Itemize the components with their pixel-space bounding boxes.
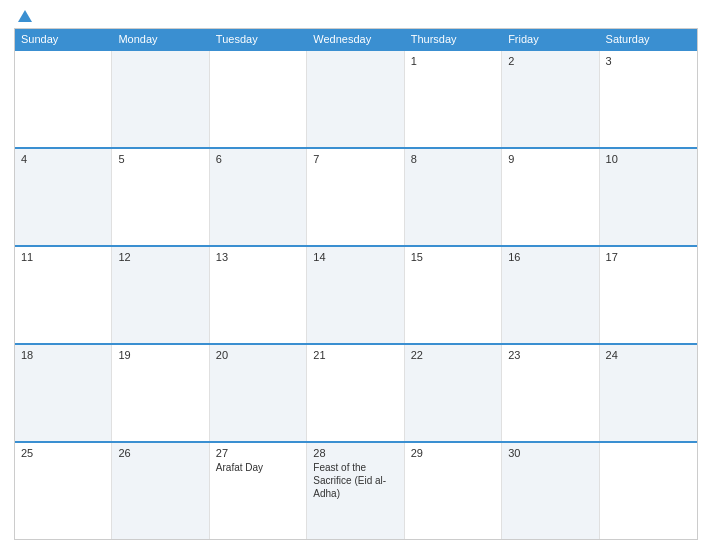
cell-date: 19 bbox=[118, 349, 202, 361]
calendar-cell: 26 bbox=[112, 443, 209, 539]
calendar-cell: 12 bbox=[112, 247, 209, 343]
cell-date: 3 bbox=[606, 55, 691, 67]
week-row-3: 11121314151617 bbox=[15, 245, 697, 343]
calendar-cell: 17 bbox=[600, 247, 697, 343]
calendar-cell: 28Feast of the Sacrifice (Eid al-Adha) bbox=[307, 443, 404, 539]
cell-date: 7 bbox=[313, 153, 397, 165]
cell-date: 26 bbox=[118, 447, 202, 459]
cell-date: 14 bbox=[313, 251, 397, 263]
cell-date: 30 bbox=[508, 447, 592, 459]
calendar-cell bbox=[600, 443, 697, 539]
calendar: SundayMondayTuesdayWednesdayThursdayFrid… bbox=[14, 28, 698, 540]
cell-date: 5 bbox=[118, 153, 202, 165]
day-header-thursday: Thursday bbox=[405, 29, 502, 49]
week-row-1: 123 bbox=[15, 49, 697, 147]
calendar-cell: 18 bbox=[15, 345, 112, 441]
calendar-cell: 27Arafat Day bbox=[210, 443, 307, 539]
logo-triangle-icon bbox=[18, 10, 32, 22]
calendar-cell bbox=[112, 51, 209, 147]
calendar-cell: 24 bbox=[600, 345, 697, 441]
calendar-cell: 3 bbox=[600, 51, 697, 147]
calendar-cell: 25 bbox=[15, 443, 112, 539]
calendar-cell bbox=[210, 51, 307, 147]
calendar-cell: 8 bbox=[405, 149, 502, 245]
cell-date: 23 bbox=[508, 349, 592, 361]
calendar-cell: 22 bbox=[405, 345, 502, 441]
calendar-cell bbox=[15, 51, 112, 147]
calendar-cell: 11 bbox=[15, 247, 112, 343]
cell-date: 13 bbox=[216, 251, 300, 263]
cell-date: 10 bbox=[606, 153, 691, 165]
day-header-sunday: Sunday bbox=[15, 29, 112, 49]
calendar-cell: 16 bbox=[502, 247, 599, 343]
week-row-5: 252627Arafat Day28Feast of the Sacrifice… bbox=[15, 441, 697, 539]
calendar-cell: 7 bbox=[307, 149, 404, 245]
day-header-wednesday: Wednesday bbox=[307, 29, 404, 49]
cell-date: 18 bbox=[21, 349, 105, 361]
day-header-tuesday: Tuesday bbox=[210, 29, 307, 49]
cell-date: 9 bbox=[508, 153, 592, 165]
calendar-body: 1234567891011121314151617181920212223242… bbox=[15, 49, 697, 539]
calendar-cell: 15 bbox=[405, 247, 502, 343]
cell-date: 12 bbox=[118, 251, 202, 263]
day-header-friday: Friday bbox=[502, 29, 599, 49]
calendar-cell: 5 bbox=[112, 149, 209, 245]
days-header: SundayMondayTuesdayWednesdayThursdayFrid… bbox=[15, 29, 697, 49]
calendar-cell: 13 bbox=[210, 247, 307, 343]
cell-event: Feast of the Sacrifice (Eid al-Adha) bbox=[313, 462, 386, 499]
calendar-cell: 30 bbox=[502, 443, 599, 539]
cell-date: 29 bbox=[411, 447, 495, 459]
cell-date: 24 bbox=[606, 349, 691, 361]
week-row-2: 45678910 bbox=[15, 147, 697, 245]
cell-date: 27 bbox=[216, 447, 300, 459]
logo bbox=[14, 10, 36, 22]
cell-date: 4 bbox=[21, 153, 105, 165]
calendar-cell: 29 bbox=[405, 443, 502, 539]
header bbox=[14, 10, 698, 22]
day-header-saturday: Saturday bbox=[600, 29, 697, 49]
cell-event: Arafat Day bbox=[216, 462, 263, 473]
calendar-cell: 23 bbox=[502, 345, 599, 441]
calendar-cell: 10 bbox=[600, 149, 697, 245]
cell-date: 11 bbox=[21, 251, 105, 263]
cell-date: 1 bbox=[411, 55, 495, 67]
cell-date: 15 bbox=[411, 251, 495, 263]
calendar-cell bbox=[307, 51, 404, 147]
cell-date: 20 bbox=[216, 349, 300, 361]
cell-date: 22 bbox=[411, 349, 495, 361]
calendar-cell: 1 bbox=[405, 51, 502, 147]
calendar-cell: 21 bbox=[307, 345, 404, 441]
cell-date: 25 bbox=[21, 447, 105, 459]
day-header-monday: Monday bbox=[112, 29, 209, 49]
cell-date: 21 bbox=[313, 349, 397, 361]
cell-date: 6 bbox=[216, 153, 300, 165]
calendar-cell: 20 bbox=[210, 345, 307, 441]
calendar-cell: 14 bbox=[307, 247, 404, 343]
page: SundayMondayTuesdayWednesdayThursdayFrid… bbox=[0, 0, 712, 550]
cell-date: 16 bbox=[508, 251, 592, 263]
calendar-cell: 9 bbox=[502, 149, 599, 245]
cell-date: 2 bbox=[508, 55, 592, 67]
calendar-cell: 4 bbox=[15, 149, 112, 245]
cell-date: 17 bbox=[606, 251, 691, 263]
cell-date: 8 bbox=[411, 153, 495, 165]
calendar-cell: 6 bbox=[210, 149, 307, 245]
week-row-4: 18192021222324 bbox=[15, 343, 697, 441]
calendar-cell: 19 bbox=[112, 345, 209, 441]
calendar-cell: 2 bbox=[502, 51, 599, 147]
cell-date: 28 bbox=[313, 447, 397, 459]
